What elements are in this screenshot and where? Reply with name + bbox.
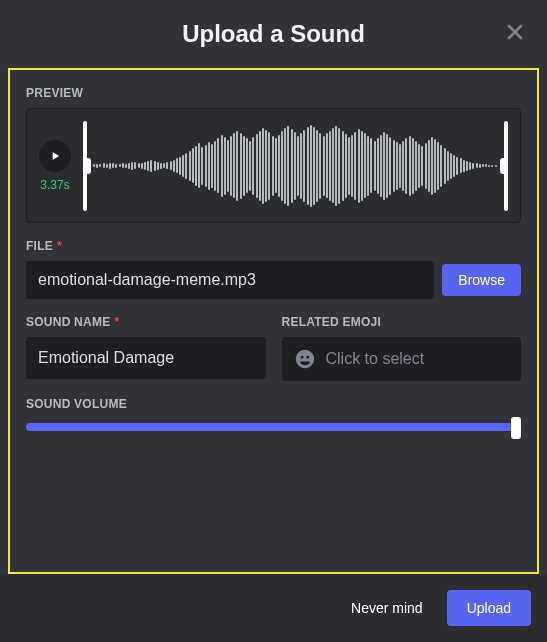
sound-name-label: SOUND NAME* (26, 315, 266, 329)
sound-duration: 3.37s (40, 178, 69, 192)
preview-label: PREVIEW (26, 86, 521, 100)
emoji-placeholder: Click to select (326, 350, 425, 368)
emoji-icon (294, 348, 316, 370)
upload-button[interactable]: Upload (447, 590, 531, 626)
file-label: FILE* (26, 239, 521, 253)
file-name-input (26, 261, 434, 299)
volume-label: SOUND VOLUME (26, 397, 521, 411)
modal-title: Upload a Sound (182, 20, 365, 48)
close-icon (503, 20, 527, 44)
upload-sound-modal: Upload a Sound PREVIEW 3.37s (0, 0, 547, 642)
close-button[interactable] (499, 16, 531, 51)
slider-track (26, 423, 521, 431)
play-icon (48, 149, 62, 163)
browse-button[interactable]: Browse (442, 264, 521, 296)
file-row: Browse (26, 261, 521, 299)
emoji-selector[interactable]: Click to select (282, 337, 522, 381)
slider-thumb[interactable] (511, 417, 521, 439)
trim-handle-left[interactable] (83, 121, 87, 211)
volume-slider[interactable] (26, 423, 521, 433)
cancel-button[interactable]: Never mind (343, 590, 431, 626)
sound-preview: 3.37s (26, 108, 521, 223)
emoji-label: RELATED EMOJI (282, 315, 522, 329)
waveform (93, 121, 498, 211)
modal-header: Upload a Sound (0, 0, 547, 68)
play-button[interactable] (39, 140, 71, 172)
modal-content: PREVIEW 3.37s FILE* Browse (8, 68, 539, 574)
modal-footer: Never mind Upload (0, 574, 547, 642)
waveform-container[interactable] (83, 121, 508, 211)
sound-name-input[interactable] (26, 337, 266, 379)
play-control: 3.37s (39, 140, 71, 192)
trim-handle-right[interactable] (504, 121, 508, 211)
